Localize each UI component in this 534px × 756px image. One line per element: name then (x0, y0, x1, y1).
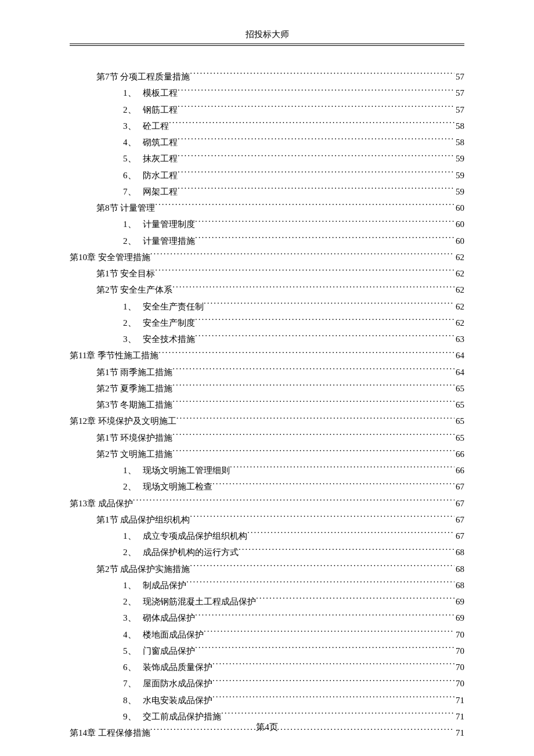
toc-entry-label: 第2节 安全生产体系 (96, 282, 172, 298)
toc-entry-page: 67 (454, 512, 464, 528)
toc-entry-marker: 6、 (123, 660, 143, 676)
toc-entry-label: 2、钢筋工程 (123, 102, 178, 118)
toc-entry-page: 62 (454, 250, 464, 266)
toc-entry-page: 59 (454, 184, 464, 200)
toc-entry-marker: 4、 (123, 135, 143, 151)
toc-entry-page: 67 (454, 496, 464, 512)
toc-entry-page: 64 (454, 365, 464, 381)
toc-entry-text: 第3节 冬期施工措施 (96, 400, 172, 409)
toc-entry-label: 4、楼地面成品保护 (123, 627, 204, 643)
toc-leader-dots (212, 678, 454, 686)
toc-leader-dots (195, 235, 454, 244)
toc-entry-page: 62 (454, 315, 464, 332)
toc-entry: 第1节 环境保护措施 65 (70, 430, 464, 447)
toc-entry-text: 现场文明施工管理细则 (143, 466, 230, 475)
toc-leader-dots (172, 284, 454, 293)
toc-entry: 2、安全生产制度 62 (70, 315, 464, 332)
toc-entry-page: 57 (454, 85, 464, 102)
toc-entry: 第12章 环境保护及文明施工 65 (70, 413, 464, 430)
toc-entry-page: 60 (454, 233, 464, 250)
toc-leader-dots (176, 415, 454, 424)
toc-leader-dots (186, 579, 454, 588)
toc-entry-text: 第1节 雨季施工措施 (96, 368, 172, 377)
toc-entry-text: 成立专项成品保护组织机构 (143, 531, 247, 541)
toc-entry-marker: 3、 (123, 118, 143, 135)
toc-entry: 2、钢筋工程 57 (70, 102, 464, 118)
toc-entry: 第3节 冬期施工措施 65 (70, 397, 464, 413)
toc-entry-label: 7、屋面防水成品保护 (123, 676, 212, 692)
toc-entry-marker: 2、 (123, 594, 143, 610)
toc-leader-dots (195, 333, 454, 342)
toc-entry: 5、抹灰工程 59 (70, 151, 464, 167)
toc-entry-text: 第2节 安全生产体系 (96, 285, 172, 294)
toc-entry: 3、砌体成品保护 69 (70, 610, 464, 627)
toc-entry-text: 砼工程 (143, 121, 169, 131)
toc-entry-marker: 2、 (123, 102, 143, 118)
toc-entry-page: 65 (454, 413, 464, 430)
toc-entry-page: 67 (454, 528, 464, 545)
toc-entry-label: 5、门窗成品保护 (123, 643, 195, 660)
toc-entry-text: 装饰成品质量保护 (143, 663, 212, 672)
toc-leader-dots (178, 87, 454, 96)
toc-entry-text: 第10章 安全管理措施 (70, 253, 150, 262)
toc-entry-label: 第7节 分项工程质量措施 (96, 69, 190, 85)
toc-entry-label: 第12章 环境保护及文明施工 (70, 413, 176, 430)
toc-leader-dots (212, 694, 454, 703)
toc-entry-text: 水电安装成品保护 (143, 696, 212, 705)
toc-leader-dots (178, 104, 454, 113)
toc-entry-label: 第1节 雨季施工措施 (96, 365, 172, 381)
toc-entry: 第2节 成品保护实施措施 68 (70, 561, 464, 578)
toc-entry-label: 第13章 成品保护 (70, 496, 133, 512)
toc-entry-label: 第8节 计量管理 (96, 200, 155, 217)
toc-entry-page: 62 (454, 282, 464, 298)
toc-entry-text: 现浇钢筋混凝土工程成品保护 (143, 597, 256, 606)
toc-entry: 3、安全技术措施 63 (70, 332, 464, 348)
toc-entry-label: 2、现场文明施工检查 (123, 479, 212, 495)
toc-entry-page: 63 (454, 332, 464, 348)
toc-entry-text: 安全技术措施 (143, 334, 195, 344)
toc-entry-text: 第2节 夏季施工措施 (96, 384, 172, 393)
toc-leader-dots (172, 383, 454, 391)
toc-entry-page: 59 (454, 168, 464, 184)
toc-entry: 第7节 分项工程质量措施 57 (70, 69, 464, 85)
toc-entry-text: 第1节 环境保护措施 (96, 433, 172, 442)
toc-entry-text: 钢筋工程 (143, 105, 178, 114)
toc-entry: 5、门窗成品保护 70 (70, 643, 464, 660)
toc-entry: 2、成品保护机构的运行方式 68 (70, 545, 464, 561)
toc-entry-text: 楼地面成品保护 (143, 630, 204, 639)
toc-leader-dots (195, 645, 454, 654)
toc-entry-page: 64 (454, 348, 464, 364)
toc-entry-page: 65 (454, 397, 464, 413)
toc-entry-text: 计量管理措施 (143, 236, 195, 246)
toc-leader-dots (195, 612, 454, 621)
toc-entry-text: 屋面防水成品保护 (143, 679, 212, 688)
page-header: 招投标大师 (70, 29, 464, 44)
toc-entry: 第2节 夏季施工措施 65 (70, 381, 464, 397)
toc-entry-label: 7、网架工程 (123, 184, 178, 200)
toc-entry-text: 计量管理制度 (143, 219, 195, 229)
page-footer: 第4页 (0, 722, 534, 733)
toc-entry: 1、现场文明施工管理细则 66 (70, 463, 464, 479)
toc-entry-page: 69 (454, 594, 464, 610)
toc-entry-page: 58 (454, 135, 464, 151)
toc-entry-page: 68 (454, 545, 464, 561)
toc-entry: 6、装饰成品质量保护 70 (70, 660, 464, 676)
toc-entry-label: 1、模板工程 (123, 85, 178, 102)
toc-entry: 1、成立专项成品保护组织机构 67 (70, 528, 464, 545)
toc-entry-marker: 1、 (123, 85, 143, 102)
toc-leader-dots (247, 530, 454, 539)
toc-entry-marker: 7、 (123, 676, 143, 692)
toc-entry-marker: 5、 (123, 643, 143, 660)
toc-entry: 1、制成品保护 68 (70, 578, 464, 594)
toc-entry-label: 3、砼工程 (123, 118, 169, 135)
toc-entry: 第13章 成品保护 67 (70, 496, 464, 512)
toc-entry-page: 60 (454, 200, 464, 217)
toc-leader-dots (172, 448, 454, 457)
toc-entry: 4、砌筑工程 58 (70, 135, 464, 151)
toc-entry-label: 1、成立专项成品保护组织机构 (123, 528, 247, 545)
toc-entry-text: 砌筑工程 (143, 138, 178, 147)
toc-entry: 1、模板工程 57 (70, 85, 464, 102)
toc-entry-label: 第2节 夏季施工措施 (96, 381, 172, 397)
toc-leader-dots (204, 301, 454, 309)
toc-entry-page: 69 (454, 610, 464, 627)
